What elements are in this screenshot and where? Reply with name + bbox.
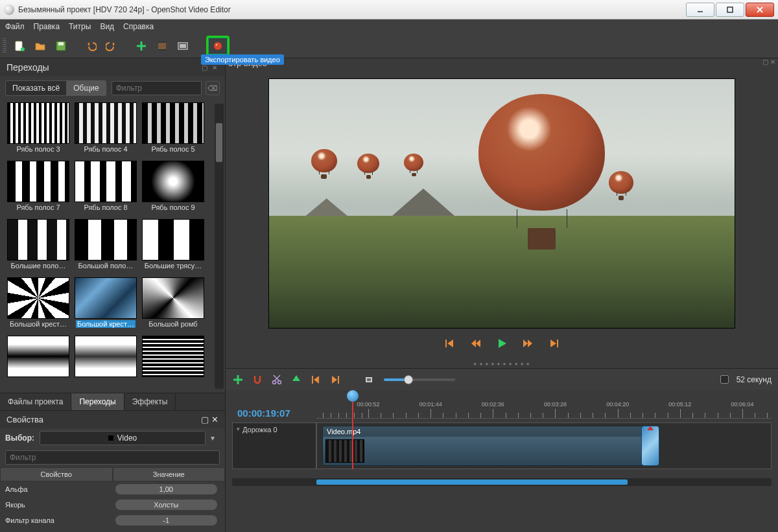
tab-effects[interactable]: Эффекты [124, 393, 176, 410]
transition-item-selected[interactable]: Большой крест… [76, 320, 136, 328]
forward-button[interactable] [522, 338, 534, 349]
transition-item[interactable]: Большой поло… [78, 262, 134, 270]
transitions-scrollbar[interactable] [215, 104, 224, 389]
playhead[interactable] [352, 391, 353, 469]
selection-dropdown[interactable]: Video [40, 431, 206, 445]
properties-filter-input[interactable] [5, 450, 220, 465]
properties-panel-title: Свойства ▢ ✕ [0, 410, 225, 428]
col-value[interactable]: Значение [113, 467, 226, 481]
profile-button[interactable] [154, 38, 170, 54]
window-close-button[interactable] [746, 3, 774, 17]
filter-show-all[interactable]: Показать всё [5, 80, 67, 96]
svg-rect-25 [312, 376, 313, 384]
zoom-slider[interactable] [384, 378, 455, 381]
timeline-toolbar: 52 секунд [226, 368, 778, 390]
prev-marker-button[interactable] [310, 374, 322, 386]
prop-name: Якорь [0, 501, 108, 509]
svg-point-15 [214, 42, 222, 50]
track-header[interactable]: ▾Дорожка 0 [232, 422, 316, 469]
import-files-button[interactable] [134, 38, 149, 54]
timeline-current-time: 00:00:19:07 [232, 408, 316, 419]
jump-start-button[interactable] [444, 338, 456, 349]
transition-item[interactable]: Большой ромб [148, 320, 197, 328]
clip-thumbnail [325, 439, 364, 463]
add-track-button[interactable] [232, 374, 244, 386]
video-preview[interactable] [268, 78, 735, 329]
export-video-button[interactable] [206, 36, 230, 56]
svg-rect-10 [158, 41, 166, 51]
add-marker-button[interactable] [290, 374, 302, 386]
menu-help[interactable]: Справка [123, 22, 154, 31]
app-icon [4, 5, 14, 15]
play-button[interactable] [496, 338, 508, 349]
window-maximize-button[interactable] [716, 3, 744, 17]
window-titlebar: Безымянный проект [HDV 720 24p] - OpenSh… [0, 0, 778, 19]
transition-item[interactable]: Большие трясу… [145, 262, 202, 270]
timeline-scrollbar[interactable] [232, 478, 772, 486]
transition-item[interactable]: Рябь полос 8 [84, 203, 127, 211]
new-project-button[interactable] [12, 38, 27, 54]
prop-value[interactable]: -1 [115, 515, 218, 526]
tab-transitions[interactable]: Переходы [71, 393, 124, 410]
svg-rect-11 [158, 41, 166, 43]
svg-rect-1 [727, 7, 733, 12]
svg-rect-14 [180, 44, 186, 48]
duration-checkbox[interactable] [720, 375, 729, 384]
video-clip[interactable]: Video.mp4 [322, 426, 652, 466]
svg-rect-7 [58, 42, 64, 45]
jump-end-button[interactable] [548, 338, 560, 349]
track-body[interactable]: Video.mp4 [316, 422, 772, 469]
col-property[interactable]: Свойство [0, 467, 113, 481]
rewind-button[interactable] [470, 338, 482, 349]
chevron-down-icon: ▾ [211, 434, 220, 443]
panel-controls-icon[interactable]: ▢ ✕ [201, 415, 218, 424]
ruler-label: 00:03:28 [544, 401, 567, 408]
snap-button[interactable] [252, 374, 263, 386]
prop-value[interactable]: Холсты [115, 500, 218, 510]
menu-view[interactable]: Вид [100, 22, 114, 31]
toolbar-grip[interactable] [3, 38, 6, 54]
menu-file[interactable]: Файл [5, 22, 25, 31]
window-title: Безымянный проект [HDV 720 24p] - OpenSh… [18, 5, 686, 14]
razor-button[interactable] [271, 374, 283, 386]
undo-button[interactable] [83, 38, 99, 54]
filter-common[interactable]: Общие [67, 80, 106, 96]
prop-value[interactable]: 1,00 [115, 484, 218, 494]
ruler-label: 00:04:20 [606, 401, 629, 408]
menu-edit[interactable]: Правка [34, 22, 60, 31]
svg-point-22 [278, 380, 281, 384]
ruler-label: 00:05:12 [668, 401, 691, 408]
menu-titles[interactable]: Титры [69, 22, 91, 31]
splitter-handle[interactable]: ● ● ● ● ● ● ● ● ● ● [226, 360, 778, 368]
svg-point-5 [21, 47, 25, 51]
transition-clip[interactable] [641, 426, 659, 466]
transition-item[interactable]: Рябь полос 3 [16, 145, 60, 153]
svg-rect-18 [557, 340, 558, 347]
timeline[interactable]: 00:00:19:07 00:00:5200:01:4400:02:3600:0… [226, 390, 778, 532]
ruler-label: 00:02:36 [482, 401, 504, 408]
transition-item[interactable]: Рябь полос 5 [151, 145, 194, 153]
panel-controls-icon[interactable]: ▢ ✕ [202, 64, 218, 71]
export-tooltip: Экспортировать видео [201, 54, 284, 65]
next-marker-button[interactable] [329, 374, 341, 386]
transitions-filter-input[interactable] [112, 81, 202, 95]
timeline-duration: 52 секунд [737, 375, 772, 384]
transition-item[interactable]: Рябь полос 4 [84, 145, 127, 153]
svg-rect-28 [367, 378, 371, 381]
transition-item[interactable]: Большие поло… [11, 262, 66, 270]
tab-project-files[interactable]: Файлы проекта [0, 393, 71, 410]
transition-item[interactable]: Рябь полос 9 [151, 203, 194, 211]
panel-controls-icon[interactable]: ▢ ✕ [762, 58, 775, 68]
svg-point-21 [273, 380, 276, 384]
window-minimize-button[interactable] [686, 3, 714, 17]
ruler-label: 00:01:44 [419, 401, 442, 408]
save-project-button[interactable] [53, 38, 69, 54]
open-project-button[interactable] [32, 38, 48, 54]
clear-filter-button[interactable]: ⌫ [206, 81, 220, 95]
prop-name: Фильтр канала [0, 516, 108, 524]
redo-button[interactable] [104, 38, 119, 54]
transition-item[interactable]: Рябь полос 7 [16, 203, 60, 211]
fullscreen-button[interactable] [175, 38, 191, 54]
timeline-ruler[interactable]: 00:00:5200:01:4400:02:3600:03:2800:04:20… [316, 394, 772, 419]
transition-item[interactable]: Большой крест… [10, 320, 67, 328]
